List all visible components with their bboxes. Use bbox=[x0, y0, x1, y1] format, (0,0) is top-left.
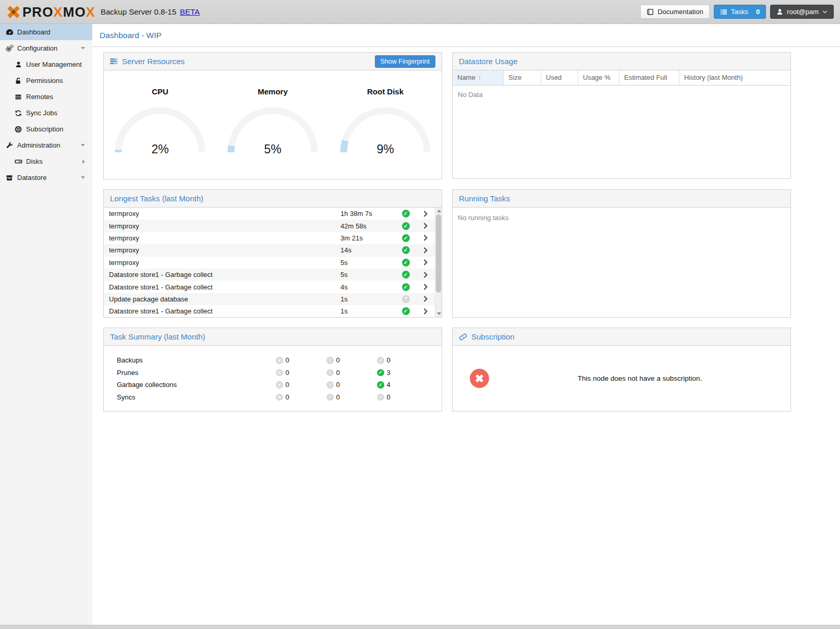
archive-box-icon bbox=[5, 174, 14, 182]
main-area: Dashboard - WIP Server Resources Show Fi… bbox=[92, 24, 840, 625]
task-row: Datastore store1 - Garbage collect 4s bbox=[104, 281, 435, 293]
panel-title: Running Tasks bbox=[459, 194, 510, 203]
open-task-button[interactable] bbox=[416, 308, 435, 314]
life-ring-icon bbox=[14, 125, 22, 133]
no-subscription-error-icon bbox=[470, 369, 489, 388]
memory-gauge: Memory 5% bbox=[216, 70, 329, 179]
scrollbar-thumb[interactable] bbox=[436, 214, 441, 293]
task-row: termproxy 3m 21s bbox=[104, 232, 435, 244]
show-fingerprint-button[interactable]: Show Fingerprint bbox=[375, 55, 436, 68]
ok-count-icon bbox=[377, 381, 384, 389]
scroll-up-arrow[interactable] bbox=[437, 210, 441, 212]
chevron-down-icon bbox=[81, 144, 85, 147]
vertical-scrollbar[interactable] bbox=[435, 208, 442, 317]
task-list-icon bbox=[720, 8, 727, 16]
documentation-button[interactable]: Documentation bbox=[640, 5, 709, 19]
status-ok-icon bbox=[402, 271, 410, 279]
sidebar-item-disks[interactable]: Disks bbox=[0, 153, 92, 170]
cpu-gauge: CPU 2% bbox=[104, 70, 216, 179]
sidebar-item-sync-jobs[interactable]: Sync Jobs bbox=[0, 105, 92, 121]
sidebar-item-user-management[interactable]: User Management bbox=[0, 56, 92, 72]
open-task-button[interactable] bbox=[416, 296, 435, 302]
refresh-icon bbox=[14, 109, 22, 117]
panel-title: Subscription bbox=[471, 332, 515, 341]
proxmox-x-icon bbox=[6, 5, 21, 19]
error-count-icon bbox=[276, 394, 283, 401]
column-header-name[interactable]: Name bbox=[453, 70, 504, 85]
sidebar-item-permissions[interactable]: Permissions bbox=[0, 72, 92, 89]
summary-row: Prunes 0 0 3 bbox=[104, 367, 442, 379]
open-task-button[interactable] bbox=[416, 272, 435, 278]
panel-title: Task Summary (last Month) bbox=[110, 332, 205, 341]
subscription-message: This node does not have a subscription. bbox=[489, 374, 790, 382]
sidebar-item-label: Dashboard bbox=[17, 28, 51, 36]
open-task-button[interactable] bbox=[416, 259, 435, 265]
warning-count-icon bbox=[326, 394, 334, 401]
status-ok-icon bbox=[402, 210, 410, 217]
sidebar-item-label: Administration bbox=[17, 141, 60, 149]
sidebar-item-administration[interactable]: Administration bbox=[0, 137, 92, 153]
chevron-down-icon bbox=[822, 10, 827, 14]
server-resources-header: Server Resources Show Fingerprint bbox=[104, 53, 442, 70]
status-ok-icon bbox=[402, 246, 410, 254]
task-summary-panel: Task Summary (last Month) Backups 0 0 0 … bbox=[103, 328, 442, 412]
sidebar-item-subscription[interactable]: Subscription bbox=[0, 121, 92, 137]
column-header-used[interactable]: Used bbox=[541, 70, 578, 85]
wrench-icon bbox=[5, 141, 14, 149]
gauge-value: 9% bbox=[339, 142, 431, 156]
gauge-label: Memory bbox=[216, 87, 329, 96]
error-count-icon bbox=[276, 357, 283, 364]
resource-bars-icon bbox=[110, 57, 118, 65]
user-menu-button[interactable]: root@pam bbox=[770, 5, 834, 19]
warning-count-icon bbox=[326, 381, 334, 389]
open-task-button[interactable] bbox=[416, 247, 435, 253]
sidebar-item-dashboard[interactable]: Dashboard bbox=[0, 24, 92, 40]
running-tasks-empty-text: No running tasks bbox=[453, 208, 790, 317]
status-ok-icon bbox=[402, 222, 410, 230]
error-count-icon bbox=[276, 369, 283, 377]
open-task-button[interactable] bbox=[416, 284, 435, 290]
sidebar-nav: Dashboard Configuration User Management … bbox=[0, 24, 92, 625]
column-header-history[interactable]: History (last Month) bbox=[679, 70, 790, 85]
server-list-icon bbox=[14, 93, 22, 101]
server-resources-panel: Server Resources Show Fingerprint CPU 2% bbox=[103, 52, 442, 179]
column-header-size[interactable]: Size bbox=[504, 70, 541, 85]
sidebar-item-label: User Management bbox=[26, 61, 82, 68]
status-ok-icon bbox=[402, 259, 410, 267]
open-task-button[interactable] bbox=[416, 211, 435, 217]
ok-count-icon bbox=[377, 394, 384, 401]
status-ok-icon bbox=[402, 283, 410, 291]
running-tasks-header: Running Tasks bbox=[453, 190, 790, 208]
status-unknown-icon bbox=[402, 295, 410, 303]
ok-count-icon bbox=[377, 357, 384, 364]
task-row: Update package database 1s bbox=[104, 293, 435, 305]
open-task-button[interactable] bbox=[416, 223, 435, 229]
sidebar-item-label: Sync Jobs bbox=[26, 109, 57, 117]
task-row: termproxy 42m 58s bbox=[104, 220, 435, 232]
sidebar-item-label: Remotes bbox=[26, 93, 53, 101]
summary-row: Syncs 0 0 0 bbox=[104, 391, 442, 404]
gauge-value: 5% bbox=[227, 142, 319, 156]
sidebar-item-configuration[interactable]: Configuration bbox=[0, 40, 92, 56]
beta-link[interactable]: BETA bbox=[180, 7, 200, 16]
column-header-usage-pct[interactable]: Usage % bbox=[578, 70, 619, 85]
column-header-estimated-full[interactable]: Estimated Full bbox=[619, 70, 679, 85]
sidebar-item-remotes[interactable]: Remotes bbox=[0, 89, 92, 105]
scroll-down-arrow[interactable] bbox=[437, 312, 441, 315]
longest-tasks-panel: Longest Tasks (last Month) termproxy 1h … bbox=[103, 189, 442, 318]
sidebar-item-label: Disks bbox=[26, 158, 43, 165]
ticket-icon bbox=[459, 333, 467, 341]
datastore-usage-empty-text: No Data bbox=[453, 86, 790, 178]
documentation-label: Documentation bbox=[658, 8, 703, 16]
datastore-usage-column-headers: Name Size Used Usage % Estimated Full Hi… bbox=[453, 70, 790, 86]
tasks-button[interactable]: Tasks 0 bbox=[714, 5, 766, 19]
longest-tasks-list: termproxy 1h 38m 7s termproxy 42m 58s te… bbox=[104, 208, 442, 317]
gauge-label: CPU bbox=[104, 87, 216, 96]
status-ok-icon bbox=[402, 234, 410, 242]
sidebar-item-label: Datastore bbox=[17, 174, 46, 182]
summary-row: Backups 0 0 0 bbox=[104, 354, 442, 367]
open-task-button[interactable] bbox=[416, 235, 435, 241]
task-row: Datastore store1 - Garbage collect 1s bbox=[104, 305, 435, 317]
sidebar-item-datastore[interactable]: Datastore bbox=[0, 170, 92, 186]
horizontal-scrollbar[interactable] bbox=[0, 625, 840, 629]
